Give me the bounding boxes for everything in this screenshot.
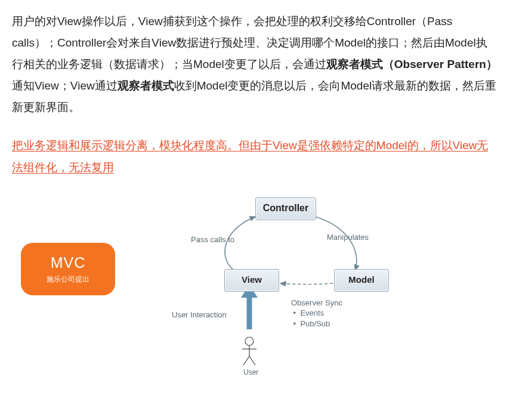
observer-bullet-events: Events — [300, 308, 324, 317]
mvc-badge: MVC 施乐公司提出 — [21, 243, 115, 295]
badge-subtitle: 施乐公司提出 — [47, 275, 89, 283]
para-bold-1: 观察者模式（Observer Pattern） — [326, 58, 497, 70]
model-box: Model — [334, 269, 389, 292]
para-bold-2: 观察者模式 — [118, 79, 174, 92]
svg-point-0 — [245, 337, 254, 345]
explanation-paragraph: 用户的对View操作以后，View捕获到这个操作，会把处理的权利交移给Contr… — [12, 11, 498, 118]
user-interaction-label: User Interaction — [172, 310, 227, 320]
pass-calls-label: Pass calls to — [191, 234, 234, 245]
observer-title: Observer Sync — [291, 298, 342, 307]
svg-line-4 — [249, 356, 255, 365]
mvc-diagram: MVC 施乐公司提出 Controller View Model Pass ca… — [12, 195, 429, 374]
observer-bullet-pubsub: Pub/Sub — [300, 319, 330, 328]
controller-box: Controller — [255, 197, 316, 220]
highlight-note: 把业务逻辑和展示逻辑分离，模块化程度高。但由于View是强依赖特定的Model的… — [12, 135, 498, 178]
user-label: User — [243, 366, 258, 379]
view-box: View — [224, 269, 279, 292]
para-text-2: 通知View；View通过 — [12, 79, 118, 92]
observer-sync-label: Observer Sync • Events • Pub/Sub — [291, 298, 342, 329]
svg-line-3 — [243, 356, 249, 365]
manipulates-label: Manipulates — [327, 232, 369, 243]
badge-title: MVC — [51, 254, 86, 271]
